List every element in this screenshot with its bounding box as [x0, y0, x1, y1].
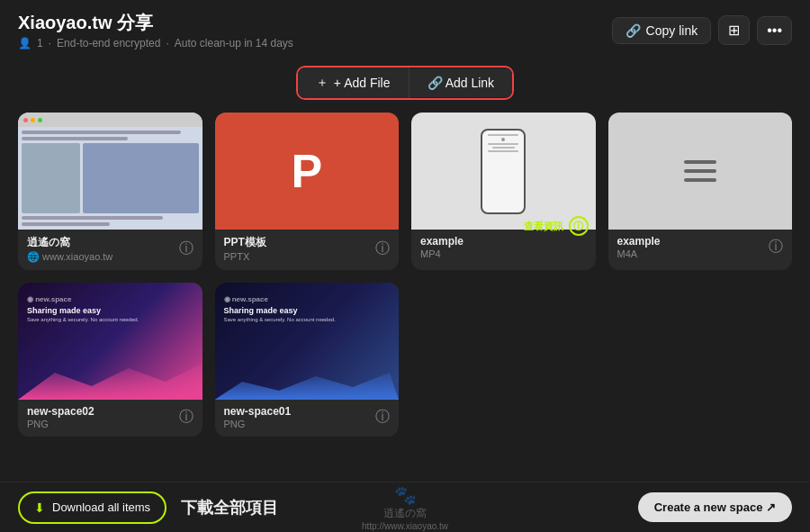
item-name-3: example	[420, 235, 464, 248]
item-name-1: 逍遙の窩	[27, 235, 112, 250]
hamburger-icon	[684, 160, 716, 182]
header-right: 🔗 Copy link ⊞ •••	[612, 15, 792, 45]
item-more-5[interactable]: ⓘ	[179, 408, 194, 427]
grid-item-1[interactable]: 逍遙の窩 🌐 www.xiaoyao.tw ⓘ	[18, 113, 202, 270]
item-info-2: PPT模板 PPTX ⓘ	[215, 230, 400, 269]
item-name-6: new-space01	[224, 405, 292, 418]
page-title: Xiaoyao.tw 分享	[18, 11, 293, 35]
grid-item-4[interactable]: example M4A ⓘ	[608, 113, 793, 270]
footer: ⬇ Download all items 下載全部項目 🐾 逍遙の窩 http:…	[0, 482, 810, 532]
create-new-space-button[interactable]: Create a new space ↗	[638, 492, 792, 522]
info-text-3: 查看資訊	[524, 220, 563, 233]
user-icon: 👤	[18, 37, 32, 50]
download-icon: ⬇	[34, 500, 45, 515]
item-type-6: PNG	[224, 419, 292, 429]
item-more-6[interactable]: ⓘ	[375, 408, 390, 427]
grid-item-2[interactable]: P PPT模板 PPTX ⓘ	[215, 113, 400, 270]
download-all-button[interactable]: ⬇ Download all items	[18, 491, 166, 524]
add-buttons-wrapper: ＋ + Add File 🔗 Add Link	[296, 66, 514, 100]
copy-link-label: Copy link	[646, 23, 698, 38]
meta-separator-2: ·	[166, 37, 168, 50]
header-left: Xiaoyao.tw 分享 👤 1 · End-to-end encrypted…	[18, 11, 293, 50]
space1-text: ◉ new.space Sharing made easy Save anyth…	[27, 295, 139, 324]
grid-item-6[interactable]: ◉ new.space Sharing made easy Save anyth…	[215, 283, 400, 437]
add-link-button[interactable]: 🔗 Add Link	[410, 68, 513, 97]
header: Xiaoyao.tw 分享 👤 1 · End-to-end encrypted…	[0, 0, 810, 57]
item-info-5: new-space02 PNG ⓘ	[18, 400, 202, 437]
meta-separator-1: ·	[49, 37, 51, 50]
files-grid: 逍遙の窩 🌐 www.xiaoyao.tw ⓘ P PPT模板 PPTX ⓘ	[0, 113, 810, 437]
thumbnail-2: P	[215, 113, 400, 230]
item-type-1: 🌐 www.xiaoyao.tw	[27, 251, 112, 263]
qr-code-button[interactable]: ⊞	[718, 15, 750, 45]
item-name-2: PPT模板	[224, 235, 266, 250]
download-all-chinese: 下載全部項目	[181, 497, 278, 518]
add-file-label: + Add File	[334, 76, 391, 90]
item-name-5: new-space02	[27, 405, 94, 418]
info-circle-3: ⓘ	[569, 216, 589, 236]
item-info-4: example M4A ⓘ	[608, 230, 793, 266]
grid-item-3[interactable]: 查看資訊 ⓘ example MP4	[411, 113, 596, 270]
download-label: Download all items	[52, 500, 150, 514]
item-more-2[interactable]: ⓘ	[375, 239, 390, 258]
thumbnail-5: ◉ new.space Sharing made easy Save anyth…	[18, 283, 202, 400]
item-type-4: M4A	[617, 248, 661, 259]
create-space-label: Create a new space ↗	[654, 500, 776, 514]
thumbnail-4	[608, 113, 793, 230]
item-type-5: PNG	[27, 419, 94, 429]
item-name-4: example	[617, 235, 661, 248]
grid-item-5[interactable]: ◉ new.space Sharing made easy Save anyth…	[18, 283, 202, 437]
thumbnail-3	[411, 113, 596, 230]
footer-left: ⬇ Download all items 下載全部項目	[18, 491, 278, 524]
add-buttons-area: ➤ ＋ + Add File 🔗 Add Link	[0, 66, 810, 100]
footer-watermark-area: 🐾 逍遙の窩 http://www.xiaoyao.tw	[362, 484, 448, 531]
add-link-label: 🔗 Add Link	[428, 76, 495, 90]
item-info-6: new-space01 PNG ⓘ	[215, 400, 400, 437]
header-meta: 👤 1 · End-to-end encrypted · Auto clean-…	[18, 37, 293, 50]
item-more-4[interactable]: ⓘ	[769, 238, 783, 257]
info-overlay-3: 查看資訊 ⓘ	[524, 216, 589, 236]
watermark-name: 逍遙の窩	[383, 506, 427, 521]
add-file-button[interactable]: ＋ + Add File	[298, 68, 410, 98]
encrypted-label: End-to-end encrypted	[57, 37, 160, 50]
item-more-1[interactable]: ⓘ	[179, 239, 194, 258]
item-type-3: MP4	[420, 248, 464, 259]
watermark-url: http://www.xiaoyao.tw	[362, 521, 448, 531]
item-type-2: PPTX	[224, 251, 266, 262]
thumbnail-6: ◉ new.space Sharing made easy Save anyth…	[215, 283, 400, 400]
link-icon: 🔗	[626, 23, 641, 38]
ppt-thumbnail: P	[215, 113, 400, 230]
item-info-1: 逍遙の窩 🌐 www.xiaoyao.tw ⓘ	[18, 230, 202, 270]
cleanup-label: Auto clean-up in 14 days	[175, 37, 293, 50]
phone-mockup	[481, 129, 526, 214]
watermark-logo: 🐾	[394, 484, 417, 506]
qr-icon: ⊞	[728, 23, 740, 38]
user-count: 1	[37, 37, 43, 50]
plus-icon: ＋	[316, 75, 328, 91]
space2-text: ◉ new.space Sharing made easy Save anyth…	[224, 295, 336, 324]
thumbnail-1	[18, 113, 202, 230]
copy-link-button[interactable]: 🔗 Copy link	[612, 17, 712, 44]
ellipsis-icon: •••	[767, 23, 782, 38]
more-options-button[interactable]: •••	[757, 16, 792, 45]
